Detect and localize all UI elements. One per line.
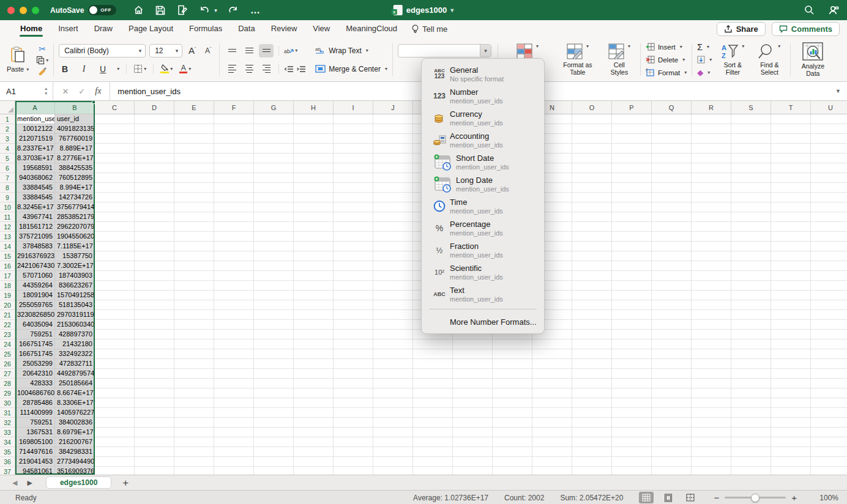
cell-S11[interactable] xyxy=(731,212,771,222)
cell-B24[interactable]: 21432180 xyxy=(55,339,95,349)
cell-M32[interactable] xyxy=(493,418,532,428)
cell-D20[interactable] xyxy=(135,300,174,310)
zoom-window-button[interactable] xyxy=(32,7,39,14)
cell-O7[interactable] xyxy=(572,173,612,183)
cell-U19[interactable] xyxy=(811,291,847,300)
row-header-24[interactable]: 24 xyxy=(0,339,15,349)
cell-K26[interactable] xyxy=(413,359,453,369)
cell-P20[interactable] xyxy=(612,300,652,310)
cell-F15[interactable] xyxy=(214,251,254,261)
cell-I21[interactable] xyxy=(334,310,373,320)
cell-J6[interactable] xyxy=(373,163,413,173)
increase-font-size-button[interactable]: Aˆ xyxy=(186,45,198,56)
cell-I23[interactable] xyxy=(334,330,373,339)
cell-T29[interactable] xyxy=(771,388,811,398)
cell-A19[interactable]: 18091904 xyxy=(15,291,55,300)
cell-C33[interactable] xyxy=(95,428,135,437)
format-menu-item-percentage[interactable]: %Percentagemention_user_ids xyxy=(422,217,544,239)
cell-G19[interactable] xyxy=(254,291,294,300)
cell-R3[interactable] xyxy=(692,134,731,144)
font-size-select[interactable]: 12 ▾ xyxy=(149,44,182,57)
cell-H28[interactable] xyxy=(294,379,334,388)
cell-I32[interactable] xyxy=(334,418,373,428)
sort-filter-button[interactable]: AZ ▾ Sort & Filter xyxy=(717,40,748,79)
confirm-entry-icon[interactable]: ✓ xyxy=(78,87,85,96)
cell-T20[interactable] xyxy=(771,300,811,310)
cell-D29[interactable] xyxy=(135,388,174,398)
cell-H22[interactable] xyxy=(294,320,334,330)
tab-view[interactable]: View xyxy=(305,21,338,37)
cell-D31[interactable] xyxy=(135,408,174,418)
search-icon[interactable] xyxy=(803,4,815,17)
cell-R9[interactable] xyxy=(692,193,731,202)
cell-R4[interactable] xyxy=(692,144,731,154)
zoom-in-icon[interactable]: + xyxy=(791,492,797,503)
cell-F25[interactable] xyxy=(214,349,254,359)
cell-J27[interactable] xyxy=(373,369,413,379)
cell-A20[interactable]: 255059765 xyxy=(15,300,55,310)
column-header-o[interactable]: O xyxy=(572,101,612,114)
cell-H24[interactable] xyxy=(294,339,334,349)
cell-G2[interactable] xyxy=(254,124,294,134)
cell-G5[interactable] xyxy=(254,154,294,163)
cell-J22[interactable] xyxy=(373,320,413,330)
bold-button[interactable]: B xyxy=(59,64,71,74)
row-header-16[interactable]: 16 xyxy=(0,261,15,271)
cell-H27[interactable] xyxy=(294,369,334,379)
cell-E4[interactable] xyxy=(174,144,214,154)
cell-R35[interactable] xyxy=(692,447,731,457)
select-all-button[interactable] xyxy=(0,101,15,114)
cell-E30[interactable] xyxy=(174,398,214,408)
cell-O34[interactable] xyxy=(572,437,612,447)
cell-H25[interactable] xyxy=(294,349,334,359)
cell-G31[interactable] xyxy=(254,408,294,418)
cell-E21[interactable] xyxy=(174,310,214,320)
cell-F19[interactable] xyxy=(214,291,254,300)
cell-M27[interactable] xyxy=(493,369,532,379)
cell-F10[interactable] xyxy=(214,202,254,212)
cell-D25[interactable] xyxy=(135,349,174,359)
cell-H12[interactable] xyxy=(294,222,334,232)
cell-D21[interactable] xyxy=(135,310,174,320)
cell-A26[interactable]: 25053299 xyxy=(15,359,55,369)
column-header-c[interactable]: C xyxy=(95,101,135,114)
cell-U1[interactable] xyxy=(811,114,847,124)
cell-R30[interactable] xyxy=(692,398,731,408)
cell-D3[interactable] xyxy=(135,134,174,144)
comments-button[interactable]: Comments xyxy=(772,22,840,36)
cell-J7[interactable] xyxy=(373,173,413,183)
row-header-32[interactable]: 32 xyxy=(0,418,15,428)
cell-U35[interactable] xyxy=(811,447,847,457)
account-icon[interactable] xyxy=(827,4,840,17)
cell-Q16[interactable] xyxy=(652,261,692,271)
cell-U4[interactable] xyxy=(811,144,847,154)
cell-B1[interactable]: user_id xyxy=(55,114,95,124)
cell-O24[interactable] xyxy=(572,339,612,349)
cell-J29[interactable] xyxy=(373,388,413,398)
cell-P5[interactable] xyxy=(612,154,652,163)
cell-H31[interactable] xyxy=(294,408,334,418)
format-menu-item-accounting[interactable]: Accountingmention_user_ids xyxy=(422,129,544,151)
cell-C26[interactable] xyxy=(95,359,135,369)
align-top-button[interactable] xyxy=(225,44,239,57)
cell-P11[interactable] xyxy=(612,212,652,222)
cell-P24[interactable] xyxy=(612,339,652,349)
cell-I28[interactable] xyxy=(334,379,373,388)
cell-I24[interactable] xyxy=(334,339,373,349)
cell-J31[interactable] xyxy=(373,408,413,418)
cell-Q37[interactable] xyxy=(652,467,692,475)
cell-E29[interactable] xyxy=(174,388,214,398)
format-menu-item-currency[interactable]: Currencymention_user_ids xyxy=(422,107,544,129)
cell-F23[interactable] xyxy=(214,330,254,339)
cell-J18[interactable] xyxy=(373,281,413,291)
format-painter-button[interactable] xyxy=(36,67,48,75)
cell-U7[interactable] xyxy=(811,173,847,183)
cell-J23[interactable] xyxy=(373,330,413,339)
cell-M34[interactable] xyxy=(493,437,532,447)
cell-R31[interactable] xyxy=(692,408,731,418)
cell-S13[interactable] xyxy=(731,232,771,242)
cell-I13[interactable] xyxy=(334,232,373,242)
cell-P34[interactable] xyxy=(612,437,652,447)
cell-C14[interactable] xyxy=(95,242,135,251)
cell-J3[interactable] xyxy=(373,134,413,144)
